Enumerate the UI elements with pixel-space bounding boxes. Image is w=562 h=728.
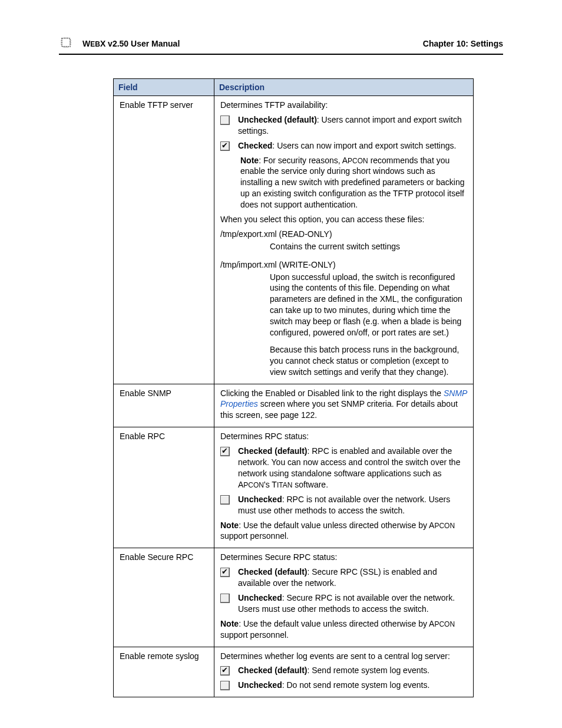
rpc-note-t1: : Use the default value unless directed … [239,521,434,530]
checkbox-unchecked-icon [220,681,230,690]
rpc-note: Note: Use the default value unless direc… [220,520,467,542]
tftp-import-desc2: Because this batch process runs in the b… [270,344,467,378]
field-tftp: Enable TFTP server [114,96,214,384]
doc-title-w: W [82,39,90,48]
rpc-checked-t3: software. [292,480,328,489]
rpc-note-t2: support personnel. [220,531,289,541]
srpc-checked: Checked (default): Secure RPC (SSL) is e… [238,566,467,589]
srpc-checked-bold: Checked (default) [238,567,307,577]
rpc-sc1: PCON [243,481,264,489]
table-header-row: Field Description [114,79,474,96]
tftp-intro: Determines TFTP availability: [220,100,467,111]
field-srpc: Enable Secure RPC [114,548,214,647]
tftp-access-line: When you select this option, you can acc… [220,214,467,225]
rpc-checked-t2: 's T [264,480,277,489]
tftp-checked-bold: Checked [238,141,272,150]
syslog-checked-text: : Send remote system log events. [307,666,429,675]
rpc-unchecked-bold: Unchecked [238,495,282,504]
syslog-unchecked-bold: Unchecked [238,680,282,690]
checkbox-checked-icon [220,666,230,676]
tftp-unchecked: Unchecked (default): Users cannot import… [238,114,467,137]
table-row: Enable TFTP server Determines TFTP avail… [114,96,474,384]
syslog-unchecked-text: : Do not send remote system log events. [282,680,430,690]
srpc-intro: Determines Secure RPC status: [220,552,467,563]
desc-snmp: Clicking the Enabled or Disabled link to… [214,384,474,427]
snmp-t1: Clicking the Enabled or Disabled link to… [220,388,444,398]
tftp-export-desc: Contains the current switch settings [270,241,467,252]
col-description: Description [214,79,474,96]
tftp-import-desc: Upon successful upload, the switch is re… [270,272,467,338]
checkbox-checked-icon [220,447,230,456]
syslog-unchecked: Unchecked: Do not send remote system log… [238,680,467,691]
field-snmp: Enable SNMP [114,384,214,427]
tftp-note-bold: Note [240,156,259,165]
col-field: Field [114,79,214,96]
checkbox-checked-icon [220,568,230,577]
table-row: Enable SNMP Clicking the Enabled or Disa… [114,384,474,427]
syslog-checked: Checked (default): Send remote system lo… [238,665,467,676]
rpc-note-bold: Note [220,521,239,530]
tftp-note: Note: For security reasons, APCON recomm… [240,155,467,210]
tftp-note-t1: : For security reasons, A [259,156,348,165]
syslog-checked-bold: Checked (default) [238,666,307,675]
doc-title: WEBX v2.50 User Manual [82,39,423,48]
rpc-note-sc: PCON [434,522,455,530]
table-row: Enable Secure RPC Determines Secure RPC … [114,548,474,647]
desc-syslog: Determines whether log events are sent t… [214,647,474,697]
table-row: Enable RPC Determines RPC status: Checke… [114,427,474,548]
chapter-title: Chapter 10: Settings [423,39,503,48]
srpc-unchecked-bold: Unchecked [238,593,282,602]
field-rpc: Enable RPC [114,427,214,548]
checkbox-unchecked-icon [220,495,230,505]
srpc-note-t1: : Use the default value unless directed … [239,619,434,628]
tftp-unchecked-bold: Unchecked (default) [238,115,317,124]
tftp-checked-text: : Users can now import and export switch… [272,141,456,150]
desc-tftp: Determines TFTP availability: Unchecked … [214,96,474,384]
svg-rect-0 [62,38,70,47]
srpc-unchecked: Unchecked: Secure RPC is not available o… [238,592,467,615]
doc-title-eb: EB [90,40,100,48]
checkbox-unchecked-icon [220,116,230,125]
chip-icon [59,35,73,51]
doc-title-rest: X v2.50 User Manual [100,39,180,48]
checkbox-unchecked-icon [220,594,230,603]
tftp-import-path: /tmp/import.xml (WRITE-ONLY) [220,259,467,271]
page-header: WEBX v2.50 User Manual Chapter 10: Setti… [59,35,503,55]
rpc-unchecked: Unchecked: RPC is not available over the… [238,494,467,516]
desc-rpc: Determines RPC status: Checked (default)… [214,427,474,548]
settings-table: Field Description Enable TFTP server Det… [113,78,474,697]
table-row: Enable remote syslog Determines whether … [114,647,474,697]
desc-srpc: Determines Secure RPC status: Checked (d… [214,548,474,647]
rpc-intro: Determines RPC status: [220,431,467,442]
rpc-checked-bold: Checked (default) [238,446,307,456]
srpc-note-t2: support personnel. [220,630,289,640]
srpc-note: Note: Use the default value unless direc… [220,618,467,641]
field-syslog: Enable remote syslog [114,647,214,697]
rpc-sc2: ITAN [277,481,292,489]
tftp-export-path: /tmp/export.xml (READ-ONLY) [220,229,467,240]
tftp-note-sc: PCON [348,157,368,165]
checkbox-checked-icon [220,141,230,151]
tftp-checked: Checked: Users can now import and export… [238,140,467,151]
syslog-intro: Determines whether log events are sent t… [220,651,467,662]
srpc-note-bold: Note [220,619,239,628]
srpc-note-sc: PCON [434,620,455,628]
rpc-checked: Checked (default): RPC is enabled and av… [238,446,467,490]
